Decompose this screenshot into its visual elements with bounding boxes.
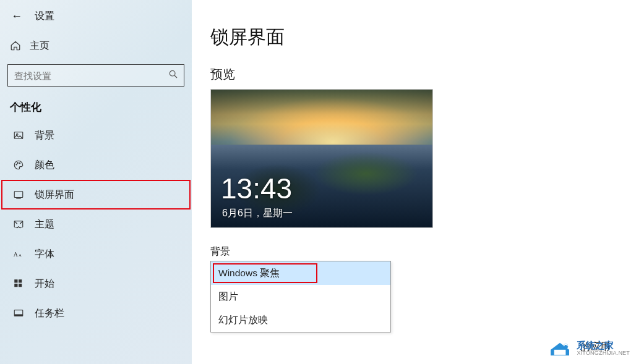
main-content: 锁屏界面 预览 13:43 6月6日，星期一 背景 Windows 聚焦 图片 … (192, 0, 636, 364)
svg-rect-8 (16, 198, 21, 199)
dropdown-option-picture[interactable]: 图片 (211, 285, 390, 308)
svg-rect-15 (19, 284, 22, 287)
sidebar-item-taskbar[interactable]: 任务栏 (1, 298, 191, 328)
svg-line-1 (174, 75, 177, 78)
dropdown-option-spotlight[interactable]: Windows 聚焦 (211, 261, 390, 285)
background-dropdown[interactable]: Windows 聚焦 图片 幻灯片放映 (210, 261, 391, 332)
nav-label: 任务栏 (35, 307, 64, 320)
home-icon (10, 40, 21, 51)
nav-label: 主题 (35, 218, 54, 231)
watermark-cn: 系统之家 (577, 341, 630, 351)
watermark-text: 系统之家 XITONGZHIJIA.NET (577, 341, 630, 357)
nav-label: 颜色 (35, 159, 54, 172)
taskbar-icon (12, 307, 25, 320)
nav-label: 开始 (35, 277, 54, 290)
preview-heading: 预览 (210, 66, 636, 83)
svg-point-6 (19, 163, 20, 164)
home-label: 主页 (30, 40, 49, 53)
theme-icon (12, 218, 25, 231)
window-title: 设置 (35, 10, 54, 23)
sidebar-item-start[interactable]: 开始 (1, 269, 191, 298)
sidebar-item-lockscreen[interactable]: 锁屏界面 (1, 180, 191, 210)
start-icon (12, 277, 25, 290)
dropdown-option-slideshow[interactable]: 幻灯片放映 (211, 308, 390, 332)
sidebar-item-font[interactable]: AA 字体 (1, 239, 191, 269)
option-label: 幻灯片放映 (218, 314, 268, 327)
svg-point-4 (16, 164, 17, 166)
nav-label: 锁屏界面 (35, 188, 74, 201)
svg-rect-14 (14, 284, 17, 287)
svg-text:A: A (14, 251, 18, 258)
sidebar-item-color[interactable]: 颜色 (1, 150, 191, 180)
nav-label: 背景 (35, 129, 54, 142)
background-label: 背景 (210, 245, 636, 258)
back-button[interactable]: ← (11, 10, 22, 23)
svg-rect-12 (14, 279, 17, 282)
lockscreen-preview: 13:43 6月6日，星期一 (210, 89, 433, 228)
preview-date: 6月6日，星期一 (222, 207, 293, 220)
search-icon (163, 69, 184, 82)
sidebar: ← 设置 主页 个性化 背景 颜色 锁屏界面 主 (0, 0, 192, 364)
section-title: 个性化 (0, 87, 192, 121)
svg-rect-7 (14, 192, 23, 198)
lockscreen-icon (12, 188, 25, 201)
preview-time: 13:43 (221, 172, 292, 205)
watermark-logo-icon (548, 339, 572, 358)
watermark-en: XITONGZHIJIA.NET (577, 350, 630, 357)
font-icon: AA (12, 248, 25, 260)
nav-label: 字体 (35, 248, 54, 261)
title-bar: ← 设置 (0, 4, 192, 28)
search-box[interactable] (7, 64, 184, 87)
sidebar-item-theme[interactable]: 主题 (1, 210, 191, 239)
picture-icon (12, 129, 25, 142)
home-link[interactable]: 主页 (0, 32, 192, 59)
svg-rect-18 (554, 350, 566, 355)
option-label: 图片 (218, 290, 238, 303)
page-title: 锁屏界面 (210, 25, 636, 50)
svg-rect-17 (14, 315, 23, 316)
sidebar-item-background[interactable]: 背景 (1, 121, 191, 150)
svg-text:A: A (19, 253, 22, 257)
svg-point-5 (17, 163, 19, 164)
option-label: Windows 聚焦 (218, 267, 280, 280)
svg-point-0 (170, 70, 175, 76)
svg-rect-13 (19, 279, 22, 282)
watermark: 系统之家 XITONGZHIJIA.NET (548, 339, 630, 358)
search-input[interactable] (8, 70, 163, 81)
palette-icon (12, 159, 25, 171)
